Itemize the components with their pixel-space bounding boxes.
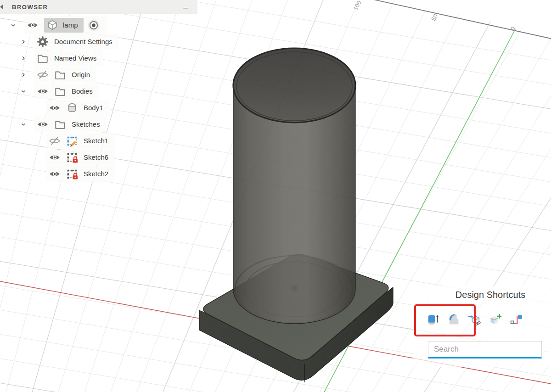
tree-row-strip: Sketches <box>34 117 107 132</box>
visibility-eye-off-icon[interactable] <box>49 135 61 147</box>
chevron-down-icon[interactable] <box>6 19 20 31</box>
visibility-eye-icon[interactable] <box>37 118 49 130</box>
tree-row-body1[interactable]: Body1 <box>0 100 197 116</box>
browser-panel-title: BROWSER <box>12 4 48 11</box>
folder-icon <box>54 69 66 81</box>
panel-collapse-arrow-icon[interactable] <box>0 4 3 10</box>
chevron-down-icon[interactable] <box>17 118 30 130</box>
joint-icon[interactable] <box>509 313 523 327</box>
tree-row-sketch1[interactable]: Sketch1 <box>0 133 197 149</box>
folder-icon <box>54 85 66 97</box>
tree-item-label: Origin <box>72 69 90 81</box>
tree-item-label: Sketch6 <box>84 151 108 163</box>
tree-row-strip: Sketch6 <box>46 150 115 165</box>
tree-row-strip: Document Settings <box>34 34 119 50</box>
sketch-locked-icon <box>66 151 78 163</box>
grid-label-50: 50 <box>430 13 439 22</box>
browser-panel: BROWSER – lampDocument SettingsNamed Vie… <box>0 0 197 14</box>
tree-row-strip: Sketch1 <box>46 133 115 149</box>
grid-edge-mask <box>271 0 551 36</box>
tree-item-label: Sketch2 <box>84 168 108 180</box>
sketch-edit-icon <box>66 135 78 147</box>
selected-item-box[interactable]: lamp <box>44 18 84 33</box>
tree-row-sketch6[interactable]: Sketch6 <box>0 150 197 165</box>
visibility-eye-icon[interactable] <box>37 85 49 97</box>
tree-row-strip: Origin <box>34 67 96 83</box>
tree-item-label: lamp <box>63 19 78 31</box>
tree-row-named-views[interactable]: Named Views <box>0 50 197 66</box>
tree-row-document-settings[interactable]: Document Settings <box>0 34 197 50</box>
cylinder-body[interactable] <box>233 48 355 324</box>
chevron-right-icon[interactable] <box>17 52 30 64</box>
tree-row-sketch2[interactable]: Sketch2 <box>0 166 197 182</box>
tree-item-label: Named Views <box>54 52 96 64</box>
browser-header: BROWSER – <box>0 0 197 14</box>
folder-icon <box>54 118 66 130</box>
model-lamp[interactable] <box>199 48 393 382</box>
tree-item-label: Document Settings <box>54 36 112 48</box>
tree-row-strip: Body1 <box>46 100 110 116</box>
browser-minimize-button[interactable]: – <box>180 0 191 14</box>
visibility-eye-icon[interactable] <box>49 168 61 180</box>
tree-row-bodies[interactable]: Bodies <box>0 84 197 99</box>
search-field-wrap <box>428 341 542 358</box>
visibility-eye-off-icon[interactable] <box>37 69 49 81</box>
gear-icon <box>37 36 49 48</box>
tree-row-strip: lamp <box>24 16 107 34</box>
body-cylinder-icon <box>66 102 78 114</box>
tree-item-label: Body1 <box>84 102 103 114</box>
search-input[interactable] <box>428 341 542 358</box>
visibility-eye-icon[interactable] <box>27 19 39 31</box>
activate-component-radio[interactable] <box>87 19 100 32</box>
tree-item-label: Bodies <box>72 85 93 97</box>
chevron-right-icon[interactable] <box>17 69 30 81</box>
visibility-eye-icon[interactable] <box>49 151 61 163</box>
tree-row-strip: Sketch2 <box>46 166 115 182</box>
cylinder-top-rim <box>233 48 355 123</box>
grid-label-100: 100 <box>352 0 362 11</box>
tree-item-label: Sketches <box>72 118 100 130</box>
derive-icon[interactable] <box>467 313 482 327</box>
tree-row-strip: Bodies <box>34 84 99 99</box>
chevron-down-icon[interactable] <box>17 85 30 97</box>
browser-tree: lampDocument SettingsNamed ViewsOriginBo… <box>0 17 197 183</box>
fillet-icon[interactable] <box>447 313 461 327</box>
extrude-icon[interactable] <box>426 313 441 327</box>
tree-row-strip: Named Views <box>34 50 103 66</box>
component-cube-icon <box>46 19 58 31</box>
tree-item-label: Sketch1 <box>84 135 108 147</box>
tree-row-origin[interactable]: Origin <box>0 67 197 83</box>
folder-icon <box>37 52 49 64</box>
tree-row-lamp[interactable]: lamp <box>0 17 197 33</box>
chevron-right-icon[interactable] <box>17 36 30 48</box>
design-shortcuts-title: Design Shortcuts <box>413 290 551 300</box>
sketch-locked-icon <box>66 168 78 180</box>
tree-row-sketches[interactable]: Sketches <box>0 117 197 132</box>
design-shortcuts-panel: Design Shortcuts <box>413 286 551 367</box>
shortcut-icons-row <box>426 313 523 327</box>
new-component-icon[interactable] <box>488 313 503 327</box>
visibility-eye-icon[interactable] <box>49 102 61 114</box>
